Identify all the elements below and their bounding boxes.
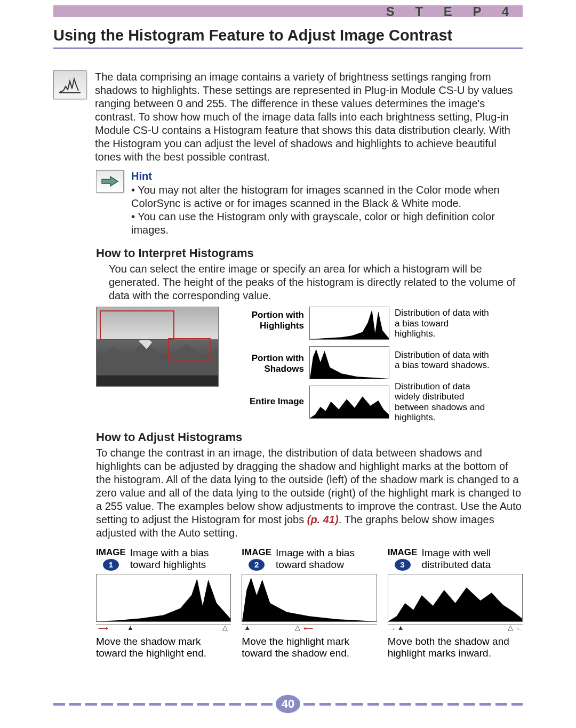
hint-item: You may not alter the histogram for imag… [131, 183, 523, 210]
mini-histogram-highlights [309, 307, 389, 340]
example-caption: Move the shadow mark toward the highligh… [96, 636, 231, 659]
histogram-labels: Portion with Highlights Portion with Sha… [224, 307, 304, 407]
image-badge-label: IMAGE [242, 547, 271, 558]
page-reference-link[interactable]: (p. 41) [307, 514, 339, 525]
row-desc: Distribution of data with a bias toward … [395, 350, 491, 371]
arrow-left-icon: ← [516, 625, 522, 633]
example-number: 3 [395, 559, 411, 571]
example-number: 1 [103, 559, 119, 571]
highlight-selection-box [100, 310, 174, 340]
svg-marker-4 [310, 310, 389, 339]
svg-marker-7 [97, 579, 230, 621]
svg-marker-8 [242, 578, 376, 621]
example-2: IMAGE 2 Image with a bias toward shadow … [242, 547, 377, 659]
example-caption: Move both the shadow and highlight marks… [388, 636, 523, 659]
row-desc: Distribution of data with a bias toward … [395, 308, 491, 339]
svg-marker-9 [388, 587, 522, 621]
interpret-heading: How to Interpret Histograms [96, 246, 523, 260]
sample-photo [96, 307, 219, 387]
row-label: Portion with Shadows [224, 353, 304, 374]
arrow-right-icon: → [389, 625, 395, 633]
image-badge: IMAGE 1 [96, 547, 126, 571]
row-desc: Distribution of data widely distributed … [395, 381, 491, 423]
example-1: IMAGE 1 Image with a bias toward highlig… [96, 547, 231, 659]
step-label: S T E P 4 [386, 4, 517, 19]
page-number-badge: 40 [276, 695, 300, 713]
mini-histogram-shadows [309, 346, 389, 379]
example-title: Image with well distributed data [421, 547, 523, 571]
image-badge-label: IMAGE [388, 547, 418, 558]
hint-arrow-icon [96, 170, 124, 193]
adjust-heading: How to Adjust Histograms [96, 430, 523, 444]
example-title: Image with a bias toward shadow [276, 547, 377, 571]
page-footer: 40 [53, 695, 523, 713]
shadow-mark-icon: ▲ [244, 623, 251, 631]
mini-histogram-entire [309, 386, 389, 419]
header-bar: S T E P 4 [53, 5, 523, 17]
example-3: IMAGE 3 Image with well distributed data… [388, 547, 523, 659]
intro-text: The data comprising an image contains a … [95, 70, 523, 164]
example-histogram [96, 574, 231, 622]
slider-track: ⟶ ▲ △ [96, 624, 231, 631]
example-title: Image with a bias toward highlights [130, 547, 231, 571]
example-caption: Move the highlight mark toward the shado… [242, 636, 377, 659]
highlight-mark-icon: △ [295, 623, 300, 631]
interpret-body: You can select the entire image or speci… [109, 262, 523, 302]
slider-track: → ▲ △ ← [388, 624, 523, 631]
example-number: 2 [249, 559, 265, 571]
svg-marker-6 [310, 396, 389, 418]
shadow-selection-box [168, 338, 211, 361]
row-label: Portion with Highlights [224, 310, 304, 331]
hint-block: Hint You may not alter the histogram for… [96, 170, 523, 237]
shadow-mark-icon: ▲ [397, 623, 404, 631]
manual-page: S T E P 4 Using the Histogram Feature to… [0, 0, 576, 728]
image-badge: IMAGE 3 [388, 547, 418, 571]
histogram-app-icon [53, 70, 86, 99]
intro-row: The data comprising an image contains a … [53, 70, 523, 164]
svg-rect-3 [97, 375, 218, 386]
histogram-thumbnails [309, 307, 389, 419]
arrow-left-icon: ⟵ [303, 625, 313, 633]
hint-item: You can use the Histogram only with gray… [131, 210, 523, 237]
example-histogram [388, 574, 523, 622]
row-label: Entire Image [224, 396, 304, 407]
examples-row: IMAGE 1 Image with a bias toward highlig… [96, 547, 523, 659]
hint-title: Hint [131, 170, 523, 182]
shadow-mark-icon: ▲ [127, 623, 134, 631]
adjust-body: To change the contrast in an image, the … [96, 446, 523, 540]
slider-track: ▲ △ ⟵ [242, 624, 377, 631]
interpret-grid: Portion with Highlights Portion with Sha… [96, 307, 523, 423]
histogram-descriptions: Distribution of data with a bias toward … [395, 307, 491, 423]
page-title: Using the Histogram Feature to Adjust Im… [53, 27, 523, 44]
footer-dashes-right [303, 703, 523, 706]
footer-dashes-left [53, 703, 273, 706]
arrow-right-icon: ⟶ [98, 625, 107, 633]
image-badge: IMAGE 2 [242, 547, 271, 571]
title-underline [53, 47, 523, 49]
image-badge-label: IMAGE [96, 547, 126, 558]
svg-marker-5 [310, 349, 389, 379]
example-histogram [242, 574, 377, 622]
highlight-mark-icon: △ [508, 623, 513, 631]
hint-list: You may not alter the histogram for imag… [131, 183, 523, 237]
highlight-mark-icon: △ [222, 623, 228, 631]
